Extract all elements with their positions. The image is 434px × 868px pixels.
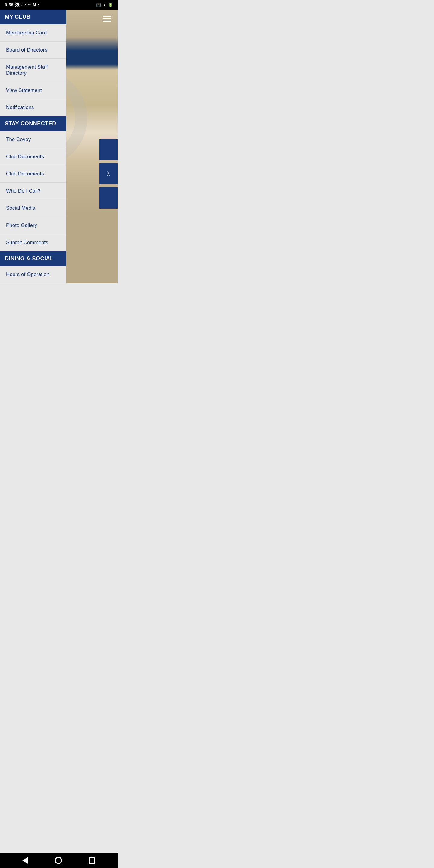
membership-card-label: Membership Card <box>6 30 47 36</box>
menu-item-hours-of-operation[interactable]: Hours of Operation <box>0 266 66 283</box>
status-bar: 9:58 🖼 ▪ 〜〜 M • 📳 ▲ 🔋 <box>0 0 118 10</box>
notifications-label: Notifications <box>6 104 34 110</box>
view-statement-label: View Statement <box>6 87 42 93</box>
photo-icon: 🖼 <box>15 2 19 7</box>
menu-item-who-do-i-call[interactable]: Who Do I Call? <box>0 183 66 200</box>
section-label-stay-connected: STAY CONNECTED <box>5 121 56 127</box>
social-media-label: Social Media <box>6 205 35 211</box>
hamburger-menu-area[interactable] <box>96 10 118 28</box>
hamburger-line-1 <box>103 16 111 17</box>
background-image: λ <box>57 10 118 283</box>
hamburger-line-3 <box>103 21 111 22</box>
status-left: 9:58 🖼 ▪ 〜〜 M • <box>5 2 39 7</box>
blue-accent-panel-3 <box>99 187 118 209</box>
section-header-stay-connected: STAY CONNECTED <box>0 116 66 131</box>
menu-item-membership-card[interactable]: Membership Card <box>0 24 66 41</box>
menu-item-club-documents-1[interactable]: Club Documents <box>0 148 66 165</box>
lambda-symbol: λ <box>107 170 110 178</box>
blue-accent-panel-2: λ <box>99 163 118 184</box>
section-label-dining-social: DINING & SOCIAL <box>5 255 54 261</box>
section-header-my-club: MY CLUB <box>0 10 66 24</box>
gmail-icon: M <box>33 3 36 7</box>
menu-item-photo-gallery[interactable]: Photo Gallery <box>0 217 66 234</box>
square-icon: ▪ <box>21 2 23 7</box>
menu-item-club-documents-2[interactable]: Club Documents <box>0 165 66 183</box>
wifi-icon: ▲ <box>102 2 107 7</box>
hamburger-icon[interactable] <box>103 16 111 22</box>
blue-accent-panel-1 <box>99 139 118 160</box>
club-documents-1-label: Club Documents <box>6 154 44 159</box>
photo-gallery-label: Photo Gallery <box>6 222 37 228</box>
hamburger-line-2 <box>103 19 111 19</box>
board-of-directors-label: Board of Directors <box>6 47 47 53</box>
hours-of-operation-label: Hours of Operation <box>6 272 50 277</box>
nav-drawer: MY CLUB Membership Card Board of Directo… <box>0 10 66 283</box>
the-covey-label: The Covey <box>6 136 31 142</box>
menu-item-management-staff[interactable]: Management Staff Directory <box>0 59 66 82</box>
submit-comments-label: Submit Comments <box>6 240 48 245</box>
club-documents-2-label: Club Documents <box>6 171 44 177</box>
vibrate-icon: 📳 <box>96 3 101 7</box>
dot-icon: • <box>38 2 39 7</box>
who-do-i-call-label: Who Do I Call? <box>6 188 40 194</box>
section-header-dining-social: DINING & SOCIAL <box>0 251 66 266</box>
menu-item-submit-comments[interactable]: Submit Comments <box>0 234 66 251</box>
battery-icon: 🔋 <box>108 3 113 7</box>
menu-item-board-of-directors[interactable]: Board of Directors <box>0 41 66 59</box>
wave-icon: 〜〜 <box>24 3 31 7</box>
menu-item-social-media[interactable]: Social Media <box>0 200 66 217</box>
management-staff-label: Management Staff Directory <box>6 64 48 76</box>
main-layout: λ MY CLUB Membership Card Board of Direc… <box>0 10 118 283</box>
section-label-my-club: MY CLUB <box>5 14 30 20</box>
status-right: 📳 ▲ 🔋 <box>96 2 113 7</box>
menu-item-notifications[interactable]: Notifications <box>0 99 66 116</box>
menu-item-view-statement[interactable]: View Statement <box>0 82 66 99</box>
time-display: 9:58 <box>5 2 13 7</box>
menu-item-the-covey[interactable]: The Covey <box>0 131 66 148</box>
